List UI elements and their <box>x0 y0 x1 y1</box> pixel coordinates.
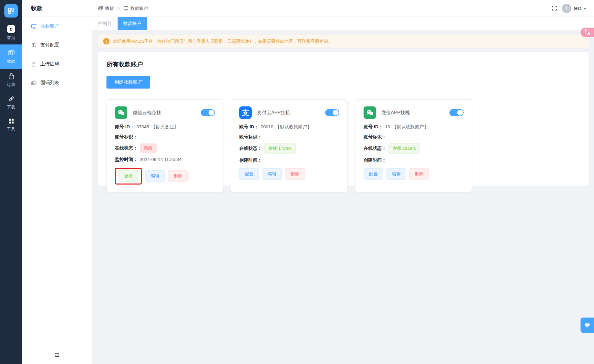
tab-console[interactable]: 控制台 <box>92 17 118 30</box>
rail-item-label: 订单 <box>7 82 15 88</box>
sidebar-item-pay-config[interactable]: 支付配置 <box>22 36 92 55</box>
account-cards: 微信云端免挂 账号 ID： 37845 【暂无备注】 账号标识： 在线状态： <box>106 99 580 192</box>
translate-icon: 中 <box>584 28 587 33</box>
rail-item-orders[interactable]: 订单 <box>0 69 22 91</box>
fullscreen-button[interactable] <box>552 5 557 11</box>
enable-toggle[interactable] <box>449 109 464 116</box>
account-note: 【暂无备注】 <box>151 124 178 130</box>
config-button[interactable]: 配置 <box>239 168 259 180</box>
chevron-right-icon <box>117 6 121 10</box>
username: test <box>574 6 581 11</box>
breadcrumb-accounts[interactable]: 收款账户 <box>123 5 148 11</box>
upload-icon <box>31 61 37 67</box>
paintbrush-icon <box>584 322 591 329</box>
sidebar-item-accounts[interactable]: 收款账户 <box>22 17 92 36</box>
rail-item-label: 收款 <box>7 59 15 64</box>
highlight-annotation: 更新 <box>115 168 142 185</box>
wechat-icon <box>115 106 127 119</box>
create-account-button[interactable]: 创建收款账户 <box>106 76 150 89</box>
sidebar-collapse-button[interactable] <box>22 346 92 364</box>
content: ! 欢迎使用PAYZS平台，有任何问题请与我们客服人员联系！云端离线免挂，如果需… <box>92 30 594 364</box>
sidebar-item-label: 收款账户 <box>40 23 59 29</box>
delete-button[interactable]: 删除 <box>409 168 429 180</box>
app-logo[interactable] <box>4 4 18 18</box>
status-row: 在线状态： 在线 173ms <box>239 143 339 154</box>
panel-title: 所有收款账户 <box>106 60 580 68</box>
config-button[interactable]: 配置 <box>364 168 383 180</box>
account-id-row: 账号 ID： 37845 【暂无备注】 <box>115 123 215 130</box>
status-row: 在线状态： 离线 <box>115 143 215 153</box>
rail-item-home[interactable]: e 首页 <box>0 21 22 44</box>
edit-button[interactable]: 编辑 <box>386 168 406 180</box>
breadcrumb-collect[interactable]: 收款 <box>98 5 114 11</box>
account-id-row: 账号 ID： 10 【默认收款账户】 <box>364 123 464 130</box>
sidebar-item-label: 上传固码 <box>40 61 59 67</box>
rail-item-label: 工具 <box>7 126 15 132</box>
chevron-down-icon <box>583 6 587 10</box>
card-header: 微信APP挂机 <box>364 106 464 119</box>
account-id-value: 37845 <box>136 124 149 129</box>
breadcrumb-label: 收款 <box>105 5 114 11</box>
card-title: 微信APP挂机 <box>381 110 410 116</box>
time-row: 监控时间： 2024-06-14 11:25:34 <box>115 156 215 163</box>
translate-button[interactable]: 中 A <box>581 28 594 37</box>
exclamation-icon: ! <box>103 38 110 44</box>
card-actions: 配置 编辑 删除 <box>239 168 339 180</box>
sidebar-item-code-list[interactable]: 固码列表 <box>22 73 92 92</box>
notice-text: 欢迎使用PAYZS平台，有任何问题请与我们客服人员联系！云端离线免挂，如果需要特… <box>113 38 333 44</box>
rail-item-tools[interactable]: 工具 <box>0 114 22 136</box>
monitor-icon <box>123 6 128 11</box>
rail-item-download[interactable]: 下载 <box>0 91 22 114</box>
enable-toggle[interactable] <box>201 109 215 116</box>
topbar-right: t test <box>552 4 587 13</box>
account-id-row: 账号 ID： 20010 【默认收款账户】 <box>239 123 339 130</box>
nav-rail: e 首页 收款 订单 下载 工具 <box>0 0 22 364</box>
card-title: 支付宝APP挂机 <box>257 110 290 116</box>
monitor-icon <box>31 24 37 29</box>
account-tag-row: 账号标识： <box>239 133 339 140</box>
enable-toggle[interactable] <box>325 109 339 116</box>
home-icon: e <box>7 25 15 33</box>
breadcrumb-label: 收款账户 <box>130 5 148 11</box>
update-button[interactable]: 更新 <box>119 170 138 182</box>
status-badge: 在线 191ms <box>388 143 420 154</box>
card-header: 支 支付宝APP挂机 <box>239 106 339 119</box>
rail-item-collect[interactable]: 收款 <box>0 44 22 69</box>
edit-button[interactable]: 编辑 <box>262 168 282 180</box>
account-note: 【默认收款账户】 <box>275 124 312 130</box>
tab-bar: 控制台 收款账户 <box>92 17 594 30</box>
edit-button[interactable]: 编辑 <box>145 170 165 182</box>
download-icon <box>8 95 15 102</box>
breadcrumb: 收款 收款账户 <box>98 5 148 11</box>
user-menu[interactable]: t test <box>562 4 587 13</box>
card-header: 微信云端免挂 <box>115 106 215 119</box>
fullscreen-icon <box>552 5 557 11</box>
tab-accounts[interactable]: 收款账户 <box>118 17 147 30</box>
card-title: 微信云端免挂 <box>133 110 161 116</box>
account-card-wechat-cloud: 微信云端免挂 账号 ID： 37845 【暂无备注】 账号标识： 在线状态： <box>106 99 223 192</box>
menu-fold-icon <box>54 352 60 358</box>
main-area: 收款 收款账户 t test <box>92 0 594 364</box>
alipay-icon: 支 <box>239 106 252 119</box>
account-id-value: 20010 <box>261 124 274 129</box>
delete-button[interactable]: 删除 <box>168 170 188 182</box>
rail-item-label: 下载 <box>7 104 15 110</box>
status-badge: 离线 <box>140 143 157 153</box>
status-badge: 在线 173ms <box>264 143 296 154</box>
card-actions: 配置 编辑 删除 <box>364 168 464 180</box>
sidebar-item-label: 支付配置 <box>40 42 59 48</box>
theme-button[interactable] <box>581 318 594 333</box>
delete-button[interactable]: 删除 <box>285 168 305 180</box>
avatar: t <box>562 4 571 13</box>
tools-icon <box>8 118 14 124</box>
topbar: 收款 收款账户 t test <box>92 0 594 17</box>
sidebar-item-upload-code[interactable]: 上传固码 <box>22 55 92 73</box>
account-tag-row: 账号标识： <box>115 133 215 140</box>
time-row: 创建时间： <box>239 157 339 164</box>
account-card-alipay-app: 支 支付宝APP挂机 账号 ID： 20010 【默认收款账户】 账号标识： <box>231 99 348 192</box>
account-note: 【默认收款账户】 <box>392 124 429 130</box>
sidebar: 收款 收款账户 支付配置 上传固码 固码列表 <box>22 0 92 364</box>
accounts-panel: 所有收款账户 创建收款账户 <box>98 52 589 186</box>
qr-list-icon <box>31 80 37 86</box>
sidebar-title: 收款 <box>22 0 92 17</box>
